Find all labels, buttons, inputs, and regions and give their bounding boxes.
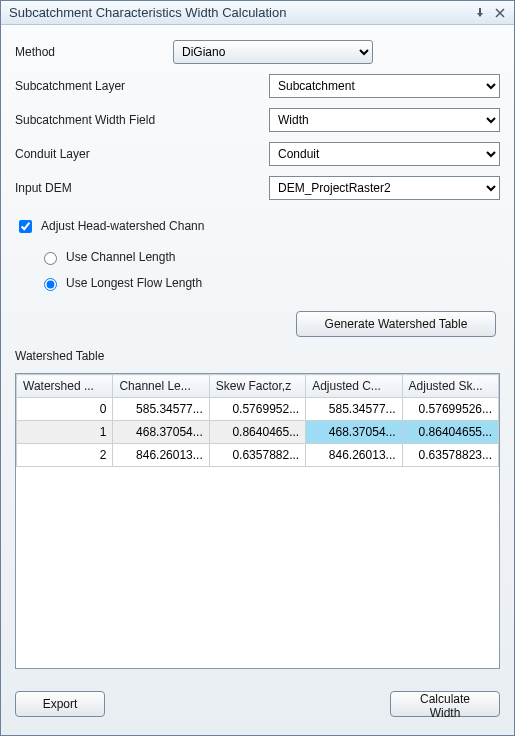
window-title: Subcatchment Characteristics Width Calcu… xyxy=(9,5,468,20)
use-channel-length-row[interactable]: Use Channel Length xyxy=(39,249,500,265)
subcatchment-layer-combo[interactable]: Subcatchment xyxy=(269,74,500,98)
table-cell[interactable]: 0.57699526... xyxy=(402,398,498,421)
table-header-row: Watershed ... Channel Le... Skew Factor,… xyxy=(17,375,499,398)
table-cell[interactable]: 0.6357882... xyxy=(209,444,305,467)
pin-icon[interactable] xyxy=(472,5,488,21)
table-cell[interactable]: 846.26013... xyxy=(113,444,209,467)
content-area: Method DiGiano Subcatchment Layer Subcat… xyxy=(1,25,514,735)
input-dem-combo[interactable]: DEM_ProjectRaster2 xyxy=(269,176,500,200)
length-mode-radio-group: Use Channel Length Use Longest Flow Leng… xyxy=(39,249,500,291)
table-cell[interactable]: 0.5769952... xyxy=(209,398,305,421)
adjust-head-checkbox[interactable] xyxy=(19,220,32,233)
table-cell[interactable]: 585.34577... xyxy=(306,398,402,421)
table-row[interactable]: 2846.26013...0.6357882...846.26013...0.6… xyxy=(17,444,499,467)
table-row[interactable]: 1468.37054...0.8640465...468.37054...0.8… xyxy=(17,421,499,444)
table-cell[interactable]: 0 xyxy=(17,398,113,421)
col-header[interactable]: Adjusted C... xyxy=(306,375,402,398)
table-cell[interactable]: 1 xyxy=(17,421,113,444)
table-cell[interactable]: 2 xyxy=(17,444,113,467)
adjust-head-label[interactable]: Adjust Head-watershed Chann xyxy=(41,219,204,233)
subcatchment-width-field-label: Subcatchment Width Field xyxy=(15,113,261,127)
table-cell[interactable]: 0.86404655... xyxy=(402,421,498,444)
table-cell[interactable]: 846.26013... xyxy=(306,444,402,467)
subcatchment-width-field-combo[interactable]: Width xyxy=(269,108,500,132)
method-combo[interactable]: DiGiano xyxy=(173,40,373,64)
table-cell[interactable]: 0.8640465... xyxy=(209,421,305,444)
input-dem-label: Input DEM xyxy=(15,181,261,195)
close-icon[interactable] xyxy=(492,5,508,21)
calculate-width-button[interactable]: Calculate Width xyxy=(390,691,500,717)
table-cell[interactable]: 468.37054... xyxy=(306,421,402,444)
col-header[interactable]: Adjusted Sk... xyxy=(402,375,498,398)
use-longest-flow-length-row[interactable]: Use Longest Flow Length xyxy=(39,275,500,291)
col-header[interactable]: Skew Factor,z xyxy=(209,375,305,398)
watershed-table[interactable]: Watershed ... Channel Le... Skew Factor,… xyxy=(16,374,499,467)
export-button[interactable]: Export xyxy=(15,691,105,717)
watershed-table-label: Watershed Table xyxy=(15,349,500,363)
panel-window: Subcatchment Characteristics Width Calcu… xyxy=(0,0,515,736)
table-cell[interactable]: 585.34577... xyxy=(113,398,209,421)
conduit-layer-label: Conduit Layer xyxy=(15,147,261,161)
table-cell[interactable]: 468.37054... xyxy=(113,421,209,444)
col-header[interactable]: Watershed ... xyxy=(17,375,113,398)
conduit-layer-combo[interactable]: Conduit xyxy=(269,142,500,166)
use-longest-flow-length-label: Use Longest Flow Length xyxy=(66,276,202,290)
use-channel-length-label: Use Channel Length xyxy=(66,250,175,264)
table-row[interactable]: 0585.34577...0.5769952...585.34577...0.5… xyxy=(17,398,499,421)
watershed-table-container: Watershed ... Channel Le... Skew Factor,… xyxy=(15,373,500,669)
titlebar: Subcatchment Characteristics Width Calcu… xyxy=(1,1,514,25)
table-cell[interactable]: 0.63578823... xyxy=(402,444,498,467)
col-header[interactable]: Channel Le... xyxy=(113,375,209,398)
use-channel-length-radio[interactable] xyxy=(44,252,57,265)
method-label: Method xyxy=(15,45,165,59)
subcatchment-layer-label: Subcatchment Layer xyxy=(15,79,261,93)
generate-watershed-table-button[interactable]: Generate Watershed Table xyxy=(296,311,496,337)
use-longest-flow-length-radio[interactable] xyxy=(44,278,57,291)
